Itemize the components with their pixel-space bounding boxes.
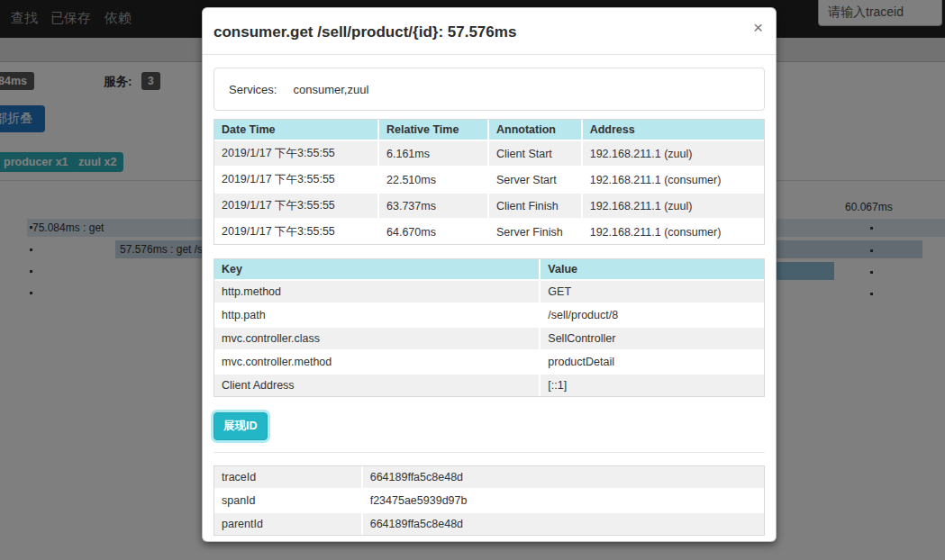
cell-relative-time: 63.737ms — [379, 194, 489, 220]
cell-address: 192.168.211.1 (consumer) — [583, 167, 764, 194]
col-header-value: Value — [541, 259, 764, 281]
cell-date-time: 2019/1/17 下午3:55:55 — [214, 167, 379, 194]
cell-date-time: 2019/1/17 下午3:55:55 — [214, 141, 379, 167]
cell-annotation: Server Start — [489, 167, 583, 194]
table-row: 2019/1/17 下午3:55:55 63.737ms Client Fini… — [214, 194, 764, 220]
col-header-key: Key — [214, 259, 541, 281]
cell-id-label: spanId — [214, 490, 363, 513]
cell-key: mvc.controller.method — [214, 351, 541, 375]
annotations-table: Date Time Relative Time Annotation Addre… — [214, 119, 765, 245]
app-window: 查找 已保存 依赖 84ms 服务: 3 全部折叠 producer x1 zu… — [0, 0, 945, 560]
cell-annotation: Server Finish — [489, 220, 583, 244]
services-value: consumer,zuul — [293, 83, 368, 96]
cell-id-label: parentId — [214, 513, 363, 535]
modal-header: consumer.get /sell/product/{id}: 57.576m… — [203, 8, 776, 55]
cell-address: 192.168.211.1 (consumer) — [583, 220, 764, 244]
table-row: mvc.controller.method productDetail — [214, 351, 764, 375]
cell-value: GET — [541, 281, 764, 304]
services-label: Services: — [229, 83, 277, 96]
table-row: 2019/1/17 下午3:55:55 22.510ms Server Star… — [214, 167, 764, 194]
cell-value: SellController — [541, 328, 764, 351]
cell-key: Client Address — [214, 375, 541, 396]
tags-header-row: Key Value — [214, 259, 764, 281]
tags-table: Key Value http.method GET http.path /sel… — [214, 258, 765, 397]
ids-table: traceId 664189ffa5c8e48d spanId f23475ae… — [214, 465, 765, 536]
ids-divider — [214, 452, 765, 453]
span-detail-modal: consumer.get /sell/product/{id}: 57.576m… — [202, 7, 777, 542]
cell-key: mvc.controller.class — [214, 328, 541, 351]
table-row: parentId 664189ffa5c8e48d — [214, 513, 764, 535]
cell-address: 192.168.211.1 (zuul) — [583, 194, 764, 220]
table-row: 2019/1/17 下午3:55:55 6.161ms Client Start… — [214, 141, 764, 167]
table-row: Client Address [::1] — [214, 375, 764, 396]
cell-address: 192.168.211.1 (zuul) — [583, 141, 764, 167]
modal-body: Services: consumer,zuul Date Time Relati… — [203, 55, 776, 548]
table-row: http.method GET — [214, 281, 764, 304]
services-box: Services: consumer,zuul — [214, 68, 765, 111]
cell-relative-time: 64.670ms — [379, 220, 489, 244]
cell-relative-time: 22.510ms — [379, 167, 489, 194]
cell-annotation: Client Start — [489, 141, 583, 167]
cell-key: http.path — [214, 304, 541, 328]
cell-date-time: 2019/1/17 下午3:55:55 — [214, 220, 379, 244]
cell-key: http.method — [214, 281, 541, 304]
cell-id-label: traceId — [214, 466, 363, 490]
cell-date-time: 2019/1/17 下午3:55:55 — [214, 194, 379, 220]
show-ids-button[interactable]: 展现ID — [214, 412, 268, 440]
cell-id-value: f23475ae5939d97b — [363, 490, 764, 513]
cell-id-value: 664189ffa5c8e48d — [363, 466, 764, 490]
cell-relative-time: 6.161ms — [379, 141, 489, 167]
cell-value: productDetail — [541, 351, 764, 375]
col-header-relative-time: Relative Time — [379, 120, 489, 141]
cell-value: [::1] — [541, 375, 764, 396]
cell-annotation: Client Finish — [489, 194, 583, 220]
table-row: 2019/1/17 下午3:55:55 64.670ms Server Fini… — [214, 220, 764, 244]
table-row: http.path /sell/product/8 — [214, 304, 764, 328]
modal-title: consumer.get /sell/product/{id}: 57.576m… — [214, 23, 516, 41]
col-header-date-time: Date Time — [214, 120, 379, 141]
table-row: mvc.controller.class SellController — [214, 328, 764, 351]
annotations-header-row: Date Time Relative Time Annotation Addre… — [214, 120, 764, 141]
table-row: traceId 664189ffa5c8e48d — [214, 466, 764, 490]
close-icon[interactable]: × — [753, 19, 763, 36]
table-row: spanId f23475ae5939d97b — [214, 490, 764, 513]
cell-value: /sell/product/8 — [541, 304, 764, 328]
col-header-annotation: Annotation — [489, 120, 583, 141]
col-header-address: Address — [583, 120, 764, 141]
cell-id-value: 664189ffa5c8e48d — [363, 513, 764, 535]
